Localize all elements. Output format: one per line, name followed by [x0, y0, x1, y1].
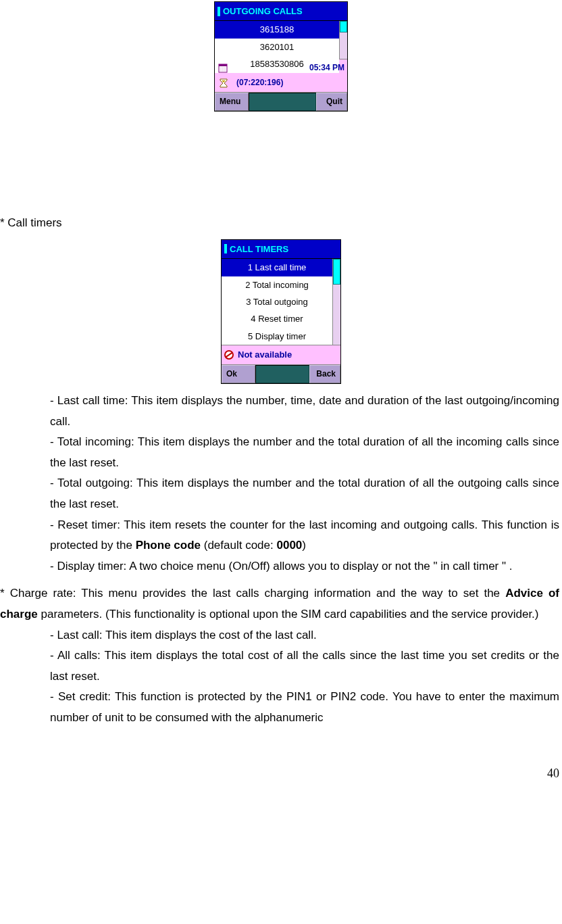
softkey-spacer — [249, 93, 316, 112]
screen-title-bar: CALL TIMERS — [222, 240, 340, 259]
text-fragment: (default code: — [201, 539, 276, 552]
bullet-text: - All calls: This item displays the tota… — [50, 646, 559, 687]
status-text: Not available — [238, 347, 292, 362]
softkey-bar: Menu Quit — [215, 92, 347, 112]
text-bold: 0000 — [276, 539, 302, 552]
calendar-icon — [218, 64, 230, 73]
scroll-thumb — [333, 259, 340, 285]
scroll-thumb — [340, 21, 347, 32]
menu-softkey: Menu — [215, 93, 249, 112]
bullet-text: - Last call time: This item displays the… — [50, 391, 559, 432]
status-time: 05:34 PM — [309, 61, 344, 76]
screen-title: OUTGOING CALLS — [223, 3, 303, 19]
quit-softkey: Quit — [316, 93, 347, 112]
bullet-text: - Display timer: A two choice menu (On/O… — [50, 556, 559, 577]
timer-menu-list: 1 Last call time 2 Total incoming 3 Tota… — [222, 259, 332, 345]
status-area: Not available — [222, 345, 340, 364]
charge-rate-paragraph: * Charge rate: This menu provides the la… — [0, 583, 559, 625]
bullet-text: - Set credit: This function is protected… — [50, 687, 559, 728]
call-list: 3615188 3620101 18583530806 — [215, 21, 339, 59]
page-number: 40 — [0, 762, 562, 784]
prohibit-icon — [224, 350, 234, 360]
outgoing-calls-screenshot: OUTGOING CALLS 3615188 3620101 185835308… — [214, 1, 348, 112]
menu-item: 4 Reset timer — [222, 310, 332, 327]
scrollbar — [339, 21, 347, 59]
screen-title-bar: OUTGOING CALLS — [215, 2, 347, 21]
bullet-text: - Total incoming: This item displays the… — [50, 432, 559, 473]
scrollbar — [332, 259, 340, 345]
title-indicator-icon — [218, 7, 220, 16]
softkey-spacer — [255, 365, 309, 384]
hourglass-icon — [218, 78, 230, 88]
text-fragment: * Charge rate: This menu provides the la… — [0, 587, 505, 600]
title-indicator-icon — [224, 244, 227, 253]
text-bold: Phone code — [136, 539, 201, 552]
ok-softkey: Ok — [222, 365, 255, 384]
screen-title: CALL TIMERS — [230, 241, 288, 257]
text-fragment: ) — [302, 539, 306, 552]
bullet-text: - Reset timer: This item resets the coun… — [50, 515, 559, 556]
bullet-text: - Total outgoing: This item displays the… — [50, 473, 559, 514]
status-duration: (07:220:196) — [231, 76, 283, 91]
call-timers-screenshot: CALL TIMERS 1 Last call time 2 Total inc… — [221, 239, 341, 384]
text-fragment: parameters. (This functionality is optio… — [38, 608, 539, 621]
bullet-text: - Last call: This item displays the cost… — [50, 625, 559, 646]
back-softkey: Back — [309, 365, 340, 384]
call-entry: 3620101 — [215, 39, 339, 55]
menu-item: 5 Display timer — [222, 328, 332, 345]
softkey-bar: Ok Back — [222, 364, 340, 384]
svg-rect-1 — [219, 64, 227, 66]
menu-item: 1 Last call time — [222, 259, 332, 276]
menu-item: 3 Total outgoing — [222, 293, 332, 310]
call-entry: 3615188 — [215, 21, 339, 38]
menu-item: 2 Total incoming — [222, 276, 332, 293]
call-timers-heading: * Call timers — [0, 213, 562, 234]
